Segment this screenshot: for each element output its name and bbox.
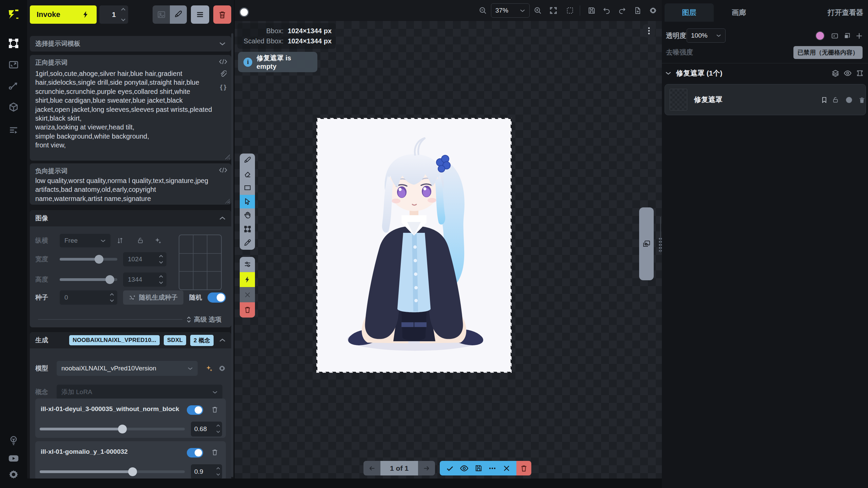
nav-queue-icon[interactable] xyxy=(7,124,20,137)
width-input[interactable]: 1024 xyxy=(123,252,166,266)
nav-upscale-icon[interactable] xyxy=(7,58,20,71)
nav-models-icon[interactable] xyxy=(7,101,20,114)
mask-color-swatch[interactable] xyxy=(815,31,825,40)
invoke-region-button[interactable] xyxy=(240,272,255,287)
next-image-button[interactable] xyxy=(418,461,435,475)
toggle-visibility-eye-icon[interactable] xyxy=(844,69,852,77)
staging-area-handle[interactable] xyxy=(639,207,654,280)
random-seed-button[interactable]: 随机生成种子 xyxy=(123,290,183,305)
lora-delete-icon[interactable] xyxy=(211,449,218,456)
filter-settings-button[interactable] xyxy=(240,257,255,272)
zoom-in-icon[interactable] xyxy=(534,6,542,15)
queue-count-steppers[interactable] xyxy=(121,8,125,21)
active-color-swatch[interactable] xyxy=(239,7,249,17)
new-canvas-icon[interactable] xyxy=(634,6,642,15)
canvas-settings-gear-icon[interactable] xyxy=(649,6,657,15)
prev-image-button[interactable] xyxy=(363,461,380,475)
duplicate-layer-icon[interactable] xyxy=(843,32,851,40)
swap-dimensions-icon[interactable] xyxy=(116,237,124,244)
undo-icon[interactable] xyxy=(603,6,611,15)
discard-all-button[interactable] xyxy=(516,461,531,475)
attach-icon[interactable] xyxy=(220,70,226,78)
open-viewer-button[interactable]: 打开查看器 xyxy=(828,3,863,22)
nav-workflows-icon[interactable] xyxy=(7,79,20,92)
seed-input[interactable]: 0 xyxy=(60,290,117,305)
generation-section-header[interactable]: 生成 NOOBAIXLNAIXL_VPRED10... SDXL 2 概念 xyxy=(30,332,231,348)
image-section-header[interactable]: 图像 xyxy=(30,210,231,226)
lora-weight-input[interactable]: 0.9 xyxy=(191,464,222,479)
fit-to-view-icon[interactable] xyxy=(549,6,557,15)
lock-layer-icon[interactable] xyxy=(832,96,839,104)
transform-tool-button[interactable] xyxy=(240,222,255,236)
braces-icon[interactable]: { } xyxy=(220,83,226,91)
canvas-viewport[interactable]: Bbox: 1024×1344 px Scaled Bbox: 1024×134… xyxy=(235,21,662,479)
lora-delete-icon[interactable] xyxy=(211,406,218,413)
image-mode-button[interactable] xyxy=(153,5,170,24)
merge-layers-icon[interactable] xyxy=(832,69,840,77)
crop-to-bbox-icon[interactable] xyxy=(856,69,864,77)
invoke-button[interactable]: Invoke xyxy=(30,5,97,24)
pan-tool-button[interactable] xyxy=(240,208,255,222)
lora-weight-slider[interactable] xyxy=(40,470,185,473)
lora-enabled-toggle[interactable] xyxy=(187,448,203,458)
canvas-image[interactable] xyxy=(316,118,512,373)
height-slider[interactable] xyxy=(60,278,117,281)
code-view-icon[interactable] xyxy=(219,167,227,174)
brush-tool-button[interactable] xyxy=(240,154,255,167)
select-tool-button[interactable] xyxy=(240,195,255,209)
textarea-resize-handle[interactable] xyxy=(225,155,230,159)
fit-layer-icon[interactable] xyxy=(831,32,839,40)
discard-image-icon[interactable] xyxy=(502,464,511,472)
width-slider[interactable] xyxy=(60,258,117,261)
textarea-resize-handle[interactable] xyxy=(225,199,230,203)
eyedropper-tool-button[interactable] xyxy=(240,236,255,250)
redo-icon[interactable] xyxy=(618,6,626,15)
optimize-size-icon[interactable] xyxy=(154,237,162,244)
tab-gallery[interactable]: 画廊 xyxy=(714,3,764,22)
random-seed-toggle[interactable] xyxy=(208,292,226,303)
bookmark-layer-icon[interactable] xyxy=(821,96,828,104)
delete-region-button[interactable] xyxy=(240,302,255,318)
rect-tool-button[interactable] xyxy=(240,181,255,195)
lora-weight-slider[interactable] xyxy=(40,428,185,430)
fit-bbox-icon[interactable] xyxy=(566,6,574,15)
clear-queue-button[interactable] xyxy=(213,5,231,24)
model-select[interactable]: noobaiXLNAIXL_vPred10Version xyxy=(57,361,198,376)
advanced-options-toggle[interactable]: 高级 选项 xyxy=(186,315,221,324)
inpaint-mask-section-header[interactable]: 修复遮罩 (1个) xyxy=(665,66,723,80)
code-view-icon[interactable] xyxy=(219,58,227,65)
height-input[interactable]: 1344 xyxy=(123,272,166,287)
tips-bulb-icon[interactable] xyxy=(7,434,20,447)
tab-layers[interactable]: 图层 xyxy=(665,3,714,22)
canvas-mode-button[interactable] xyxy=(170,5,187,24)
opacity-select[interactable]: 100% xyxy=(687,28,726,43)
zoom-out-icon[interactable] xyxy=(479,6,487,15)
nav-canvas-icon[interactable] xyxy=(7,37,20,50)
left-panel-scrollbar[interactable] xyxy=(231,33,233,477)
cancel-region-button[interactable] xyxy=(240,287,255,302)
add-lora-select[interactable]: 添加 LoRA xyxy=(57,385,222,400)
add-layer-icon[interactable] xyxy=(855,32,863,40)
preview-eye-icon[interactable] xyxy=(460,464,469,473)
app-menu-button[interactable] xyxy=(191,5,209,24)
more-options-icon[interactable] xyxy=(488,464,496,472)
eraser-tool-button[interactable] xyxy=(240,167,255,181)
model-sparkle-icon[interactable] xyxy=(205,365,213,372)
inpaint-mask-layer-row[interactable]: 修复遮罩 xyxy=(665,84,866,115)
layer-color-dot-icon[interactable] xyxy=(846,97,852,103)
queue-count-input[interactable]: 1 xyxy=(99,5,128,24)
zoom-level-select[interactable]: 37% xyxy=(491,3,530,18)
positive-prompt-input[interactable]: 1girl,solo,cute,ahoge,silver hair,blue h… xyxy=(35,69,215,150)
delete-layer-icon[interactable] xyxy=(859,97,866,104)
youtube-icon[interactable] xyxy=(7,452,20,465)
lora-enabled-toggle[interactable] xyxy=(187,405,203,415)
prompt-template-selector[interactable]: 选择提示词模板 xyxy=(30,36,231,52)
save-staged-icon[interactable] xyxy=(475,464,482,472)
negative-prompt-input[interactable]: low quality,worst quality,norma l qualit… xyxy=(35,176,215,203)
model-settings-gear-icon[interactable] xyxy=(218,365,226,372)
lora-weight-input[interactable]: 0.68 xyxy=(191,422,222,436)
lock-aspect-icon[interactable] xyxy=(137,237,144,244)
accept-image-icon[interactable] xyxy=(446,464,454,472)
canvas-overflow-menu-button[interactable] xyxy=(643,24,655,37)
save-canvas-icon[interactable] xyxy=(588,6,596,15)
